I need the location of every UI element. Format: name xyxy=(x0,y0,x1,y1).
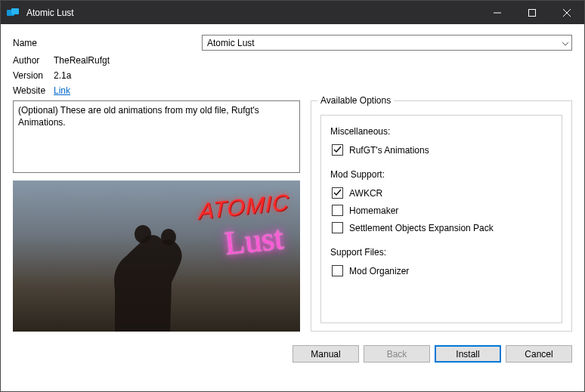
description-box[interactable]: (Optional) These are old animations from… xyxy=(13,100,300,173)
checkbox-unchecked-icon xyxy=(332,265,343,276)
version-value: 2.1a xyxy=(54,70,71,81)
minimize-button[interactable] xyxy=(480,1,515,24)
option-label: Homemaker xyxy=(349,205,398,216)
author-value: TheRealRufgt xyxy=(54,55,110,66)
manual-button[interactable]: Manual xyxy=(292,345,359,363)
titlebar: Atomic Lust xyxy=(1,1,584,24)
author-label: Author xyxy=(13,55,54,66)
option-homemaker[interactable]: Homemaker xyxy=(332,205,552,216)
window-controls xyxy=(480,1,584,24)
close-button[interactable] xyxy=(549,1,584,24)
name-label: Name xyxy=(13,38,54,48)
available-options-fieldset: Available Options Miscellaneous: RufGT's… xyxy=(311,100,572,332)
checkbox-checked-icon xyxy=(332,144,343,156)
option-rufgts-animations[interactable]: RufGT's Animations xyxy=(332,144,552,156)
chevron-down-icon xyxy=(562,38,568,48)
maximize-button[interactable] xyxy=(515,1,549,24)
section-support-files-label: Support Files: xyxy=(330,247,552,258)
preview-image: ATOMIC Lust xyxy=(13,181,300,332)
checkbox-checked-icon xyxy=(332,187,343,199)
name-select-value: Atomic Lust xyxy=(207,38,255,48)
option-label: AWKCR xyxy=(349,188,382,199)
section-mod-support-label: Mod Support: xyxy=(330,169,552,180)
option-label: Mod Organizer xyxy=(349,266,409,276)
checkbox-unchecked-icon xyxy=(332,222,343,233)
name-select[interactable]: Atomic Lust xyxy=(202,35,572,51)
preview-silhouette xyxy=(73,207,209,332)
checkbox-unchecked-icon xyxy=(332,205,343,216)
svg-point-6 xyxy=(135,225,151,243)
website-label: Website xyxy=(13,85,54,96)
install-button[interactable]: Install xyxy=(435,345,501,363)
option-awkcr[interactable]: AWKCR xyxy=(332,187,552,199)
option-label: RufGT's Animations xyxy=(349,145,429,156)
preview-logo-bottom: Lust xyxy=(222,218,285,263)
app-icon xyxy=(7,8,20,17)
footer-buttons: Manual Back Install Cancel xyxy=(1,345,584,372)
option-label: Settlement Objects Expansion Pack xyxy=(349,223,494,233)
option-settlement-objects[interactable]: Settlement Objects Expansion Pack xyxy=(332,222,552,233)
back-button[interactable]: Back xyxy=(364,345,430,363)
version-label: Version xyxy=(13,70,54,81)
svg-point-7 xyxy=(161,229,176,245)
option-mod-organizer[interactable]: Mod Organizer xyxy=(332,265,552,276)
cancel-button[interactable]: Cancel xyxy=(506,345,572,363)
window-title: Atomic Lust xyxy=(26,8,480,18)
svg-rect-3 xyxy=(529,9,536,16)
options-inner-box: Miscellaneous: RufGT's Animations Mod Su… xyxy=(320,115,562,323)
available-options-legend: Available Options xyxy=(317,95,394,106)
svg-rect-1 xyxy=(11,8,19,14)
section-miscellaneous-label: Miscellaneous: xyxy=(330,126,552,137)
website-link[interactable]: Link xyxy=(54,85,70,96)
